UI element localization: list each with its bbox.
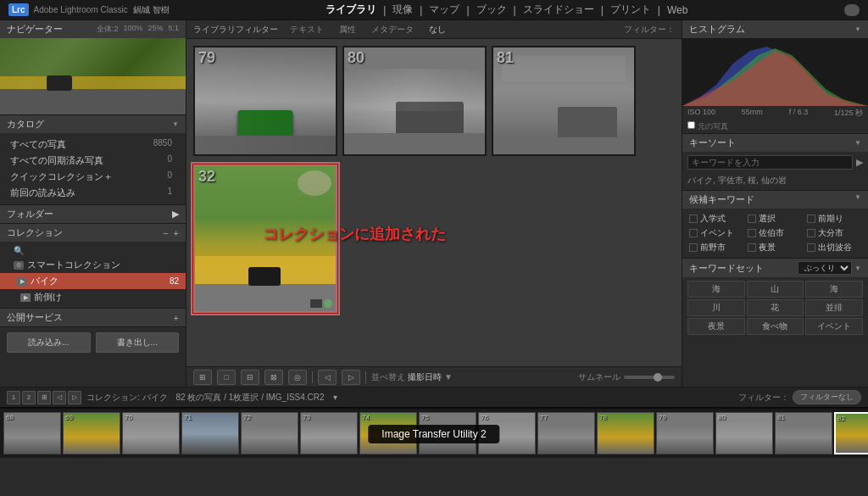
suggest-item-3[interactable]: イベント: [687, 226, 745, 240]
keyset-nightview[interactable]: 夜景: [687, 318, 745, 335]
keyset-food[interactable]: 食べ物: [747, 318, 804, 335]
collection-kokeishi[interactable]: ▶ 前倒け: [0, 289, 186, 305]
sort-control[interactable]: 並べ替え 撮影日時 ▼: [371, 371, 453, 383]
suggest-header[interactable]: 候補キーワード ▼: [682, 191, 868, 209]
catalog-last-import[interactable]: 前回の読み込み 1: [0, 185, 186, 201]
page-2-btn[interactable]: 2: [22, 391, 36, 404]
filter-tab-meta[interactable]: メタデータ: [368, 24, 417, 36]
thumbnail-slider[interactable]: [624, 376, 675, 379]
film-thumb-80[interactable]: 80: [715, 412, 773, 454]
histogram-header[interactable]: ヒストグラム ▼: [682, 20, 868, 38]
tool-people-btn[interactable]: ◎: [288, 370, 307, 385]
nav-back-btn[interactable]: ◁: [53, 391, 66, 404]
cloud-icon[interactable]: [844, 4, 860, 16]
film-thumb-82[interactable]: 82: [834, 412, 868, 454]
keyset-river[interactable]: 川: [687, 299, 745, 316]
grid-item-80[interactable]: 80: [342, 46, 487, 156]
film-thumb-79[interactable]: 79: [656, 412, 714, 454]
nav-print[interactable]: プリント: [610, 3, 651, 17]
film-thumb-71[interactable]: 71: [181, 412, 239, 454]
nav-fwd-btn[interactable]: ▷: [68, 391, 81, 404]
suggest-item-4[interactable]: 佐伯市: [746, 226, 804, 240]
film-thumb-70[interactable]: 70: [122, 412, 180, 454]
filter-tab-text[interactable]: テキスト: [287, 24, 327, 36]
nav-zoom-custom[interactable]: 5:1: [168, 24, 179, 35]
suggest-item-5[interactable]: 大分市: [805, 226, 863, 240]
collection-search[interactable]: 🔍: [0, 244, 186, 257]
film-thumb-72[interactable]: 72: [241, 412, 298, 454]
keyset-alongside[interactable]: 並排: [805, 299, 863, 316]
navigator-header[interactable]: ナビゲーター 全体:2 100% 25% 5:1: [0, 20, 186, 38]
tool-nav-prev[interactable]: ◁: [318, 370, 337, 385]
tool-loupe-btn[interactable]: □: [217, 370, 236, 385]
film-thumb-69[interactable]: 69: [63, 412, 120, 454]
sort-chevron: ▼: [444, 372, 453, 382]
grid-item-32[interactable]: 32 コレクションに追加された: [193, 164, 337, 313]
suggest-item-7[interactable]: 夜景: [746, 241, 804, 254]
nav-develop[interactable]: 現像: [392, 3, 413, 17]
public-services-header[interactable]: 公開サービス +: [0, 309, 186, 326]
grid-item-81[interactable]: 81: [492, 46, 636, 156]
filter-tab-attr[interactable]: 属性: [336, 24, 359, 36]
keyword-set-label: キーワードセット: [689, 262, 764, 275]
tool-survey-btn[interactable]: ⊠: [264, 370, 283, 385]
tool-grid-btn[interactable]: ⊞: [193, 370, 212, 385]
suggest-item-1[interactable]: 選択: [746, 212, 804, 226]
suggest-item-6[interactable]: 前野市: [687, 241, 745, 254]
grid-item-79[interactable]: 79: [193, 46, 337, 156]
film-thumb-73[interactable]: 73: [300, 412, 358, 454]
original-photo-checkbox[interactable]: 元の写真: [682, 120, 868, 133]
collection-smart[interactable]: ⚙ スマートコレクション: [0, 257, 186, 273]
film-thumb-77[interactable]: 77: [537, 412, 595, 454]
nav-zoom-fit[interactable]: 全体:2: [97, 24, 119, 35]
collection-header[interactable]: コレクション − +: [0, 224, 186, 242]
catalog-synced-photos[interactable]: すべての同期済み写真 0: [0, 153, 186, 169]
import-button[interactable]: 読み込み...: [7, 332, 91, 353]
nav-slideshow[interactable]: スライドショー: [523, 3, 594, 17]
suggest-item-2[interactable]: 前期り: [805, 212, 863, 226]
nav-library[interactable]: ライブラリ: [326, 3, 376, 17]
keysort-header[interactable]: キーソート ▼: [682, 134, 868, 152]
suggest-item-8[interactable]: 出切波谷: [805, 241, 863, 254]
keyword-set-header[interactable]: キーワードセット ぶっくり ▼: [682, 259, 868, 277]
collection-bike[interactable]: ▶ バイク 82: [0, 273, 186, 289]
tool-compare-btn[interactable]: ⊟: [241, 370, 259, 385]
keyset-sea2[interactable]: 海: [805, 281, 863, 298]
status-bar: 1 2 ⊞ ◁ ▷ コレクション: バイク 82 枚の写真 / 1枚選択 / I…: [0, 387, 868, 407]
collection-minus[interactable]: −: [163, 228, 168, 238]
keyset-chevron: ▼: [854, 265, 861, 272]
tool-nav-next[interactable]: ▷: [342, 370, 360, 385]
public-plus[interactable]: +: [174, 313, 179, 323]
catalog-header[interactable]: カタログ ▼: [0, 115, 186, 133]
keyset-mountain[interactable]: 山: [747, 281, 804, 298]
keyset-sea1[interactable]: 海: [687, 281, 745, 298]
nav-book[interactable]: ブック: [476, 3, 507, 17]
grid-view-btn[interactable]: ⊞: [37, 391, 51, 404]
histogram-info: ISO 100 55mm f / 6.3 1/125 秒: [682, 106, 868, 120]
film-thumb-68[interactable]: 68: [3, 412, 61, 454]
nav-web[interactable]: Web: [667, 4, 687, 16]
film-thumb-81[interactable]: 81: [775, 412, 832, 454]
keyset-event[interactable]: イベント: [805, 318, 863, 335]
nav-zoom-100[interactable]: 100%: [123, 24, 142, 35]
page-1-btn[interactable]: 1: [7, 391, 20, 404]
catalog-quick-collection[interactable]: クイックコレクション＋ 0: [0, 169, 186, 185]
suggest-item-0[interactable]: 入学式: [687, 212, 745, 226]
keyword-set-select[interactable]: ぶっくり: [798, 261, 852, 275]
status-nav-buttons: 1 2 ⊞ ◁ ▷: [7, 391, 81, 404]
suggest-label: 候補キーワード: [689, 193, 754, 206]
folder-header[interactable]: フォルダー ▶: [0, 205, 186, 223]
keyword-input[interactable]: [687, 155, 853, 170]
status-filter: フィルター： フィルターなし: [738, 390, 861, 404]
nav-zoom-25[interactable]: 25%: [147, 24, 163, 35]
bike-folder-icon: ▶: [17, 277, 27, 286]
catalog-all-photos[interactable]: すべての写真 8850: [0, 137, 186, 153]
keyset-flower[interactable]: 花: [747, 299, 804, 316]
filter-pill[interactable]: フィルターなし: [793, 390, 861, 404]
collection-plus[interactable]: +: [174, 228, 179, 238]
nav-map[interactable]: マップ: [429, 3, 459, 17]
keyword-add-icon[interactable]: ▶: [856, 157, 863, 168]
export-button[interactable]: 書き出し...: [96, 332, 180, 353]
filter-tab-none[interactable]: なし: [426, 24, 449, 36]
film-thumb-78[interactable]: 78: [597, 412, 654, 454]
